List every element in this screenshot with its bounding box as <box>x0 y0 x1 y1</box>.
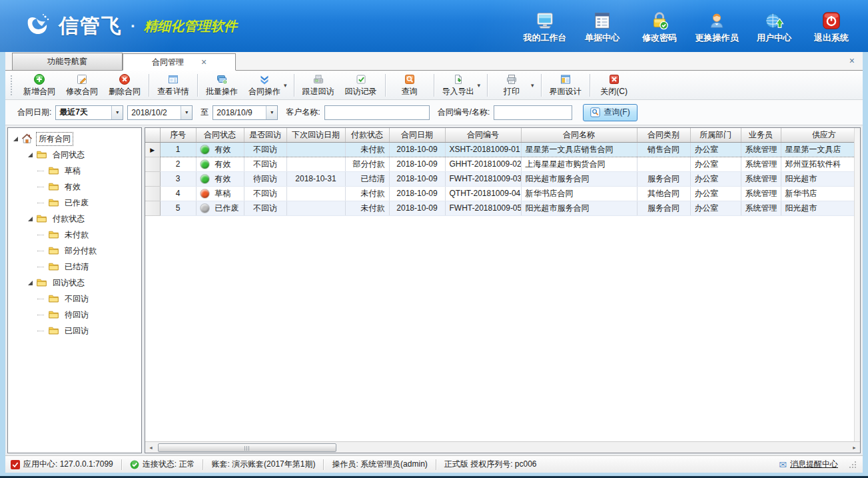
row-selector[interactable] <box>145 186 160 201</box>
search-button[interactable]: 查询(F) <box>583 104 637 121</box>
table-row[interactable]: 2 有效 不回访 部分付款 2018-10-09 GHHT-20181009-0… <box>145 157 860 171</box>
customer-name-input[interactable] <box>324 105 430 120</box>
date-from-picker[interactable]: 2018/10/2 ▾ <box>127 105 193 120</box>
tree-node-contract-status[interactable]: 合同状态 <box>8 147 141 163</box>
tree-node-partially-paid[interactable]: 部分付款 <box>8 243 141 259</box>
row-selector[interactable] <box>145 171 160 186</box>
column-header[interactable]: 是否回访 <box>244 128 286 142</box>
column-header[interactable]: 业务员 <box>741 128 781 142</box>
button-label: 导入导出 <box>442 86 474 97</box>
edit-contract-button[interactable]: 修改合同 <box>61 72 103 99</box>
tree-node-settled[interactable]: 已结清 <box>8 259 141 275</box>
print-button[interactable]: 打印 ▾ <box>490 72 538 99</box>
date-to-picker[interactable]: 2018/10/9 ▾ <box>213 105 278 120</box>
table-row[interactable]: ▶ 1 有效 不回访 未付款 2018-10-09 XSHT-20181009-… <box>145 142 860 157</box>
import-export-button[interactable]: 导入导出 ▾ <box>437 72 485 99</box>
tree-connector <box>37 267 44 267</box>
statusbar-separator <box>203 459 203 470</box>
tab-close-icon[interactable]: × <box>201 57 207 67</box>
tree-node-unpaid[interactable]: 未付款 <box>8 227 141 243</box>
folder-icon <box>48 245 59 256</box>
column-header[interactable]: 合同状态 <box>196 128 244 142</box>
query-button[interactable]: 查询 <box>388 72 431 99</box>
tree-node-visit-status[interactable]: 回访状态 <box>8 275 141 291</box>
chevron-down-icon[interactable]: ▾ <box>181 106 192 119</box>
batch-operation-button[interactable]: 批量操作 <box>201 72 243 99</box>
connection-ok-icon <box>130 460 139 469</box>
column-header[interactable]: 所属部门 <box>690 128 741 142</box>
tree-node-pending-visit[interactable]: 待回访 <box>8 307 141 323</box>
tree-node-no-visit[interactable]: 不回访 <box>8 291 141 307</box>
app-window: 信管飞 · 精细化管理软件 我的工作台 <box>0 0 868 478</box>
nav-change-password[interactable]: 修改密码 <box>632 8 687 44</box>
nav-document-center[interactable]: 单据中心 <box>575 8 630 44</box>
column-header[interactable]: 供应方 <box>781 128 860 142</box>
tree-expand-icon[interactable] <box>28 281 33 285</box>
tree-node-all-contracts[interactable]: 所有合同 <box>8 131 141 147</box>
cell-next-date <box>286 142 345 157</box>
column-header[interactable]: 合同日期 <box>389 128 445 142</box>
visit-record-button[interactable]: 回访记录 <box>340 72 382 99</box>
scroll-left-icon[interactable]: ◄ <box>145 443 157 453</box>
column-header[interactable]: 付款状态 <box>345 128 389 142</box>
folder-icon <box>48 309 59 320</box>
folder-icon <box>48 165 59 176</box>
connection-status: 连接状态: 正常 <box>130 459 195 470</box>
nav-user-center[interactable]: 用户中心 <box>747 8 801 44</box>
table-row[interactable]: 3 有效 待回访 2018-10-31 已结清 2018-10-09 FWHT-… <box>145 171 860 186</box>
resize-grip[interactable] <box>848 460 857 469</box>
column-header[interactable]: 合同名称 <box>521 128 637 142</box>
cell-contract-no: XSHT-20181009-01 <box>445 142 521 157</box>
follow-up-visit-button[interactable]: 跟进回访 <box>297 72 340 99</box>
tree-node-draft[interactable]: 草稿 <box>8 163 141 179</box>
row-selector[interactable] <box>145 157 160 171</box>
toolbar-separator <box>294 74 294 97</box>
nav-switch-operator[interactable]: 更换操作员 <box>689 8 744 44</box>
contract-no-name-input[interactable] <box>494 105 572 120</box>
tree-node-voided[interactable]: 已作废 <box>8 195 141 211</box>
tree-node-valid[interactable]: 有效 <box>8 179 141 195</box>
tab-function-navigator[interactable]: 功能导航窗 <box>12 53 123 70</box>
add-contract-button[interactable]: 新增合同 <box>18 72 61 99</box>
date-range-preset-select[interactable]: 最近7天 ▾ <box>55 105 123 120</box>
toolbar-drag-handle[interactable] <box>11 75 14 95</box>
nav-label: 用户中心 <box>757 32 791 44</box>
close-button[interactable]: 关闭(C) <box>593 72 636 99</box>
nav-my-workbench[interactable]: 我的工作台 <box>518 8 572 44</box>
vertical-scrollbar[interactable] <box>854 128 860 441</box>
tree-expand-icon[interactable] <box>28 217 33 221</box>
column-header[interactable]: 序号 <box>160 128 196 142</box>
row-selector[interactable]: ▶ <box>145 142 160 157</box>
chevron-down-icon[interactable]: ▾ <box>111 106 123 119</box>
cell-department: 办公室 <box>690 171 741 186</box>
folder-icon <box>48 325 59 336</box>
chevron-down-icon[interactable]: ▾ <box>266 106 277 119</box>
tab-contract-management[interactable]: 合同管理 × <box>123 53 236 71</box>
column-header[interactable]: 下次回访日期 <box>286 128 345 142</box>
button-label: 查询 <box>402 86 418 97</box>
scroll-right-icon[interactable]: ► <box>849 443 860 453</box>
row-selector[interactable] <box>145 201 160 215</box>
import-export-icon <box>452 73 464 85</box>
cell-next-date: 2018-10-31 <box>286 171 345 186</box>
horizontal-scrollbar[interactable]: ◄ ► <box>145 441 860 453</box>
nav-exit-system[interactable]: 退出系统 <box>804 8 859 44</box>
cell-date: 2018-10-09 <box>389 157 445 171</box>
view-details-button[interactable]: 查看详情 <box>152 72 195 99</box>
status-dot-icon <box>201 160 209 169</box>
tree-node-payment-status[interactable]: 付款状态 <box>8 211 141 227</box>
message-center-link[interactable]: ✉ 消息提醒中心 <box>779 459 857 470</box>
tabstrip-close-icon[interactable]: × <box>849 55 855 66</box>
tree-expand-icon[interactable] <box>13 137 18 141</box>
column-header[interactable]: 合同编号 <box>445 128 521 142</box>
table-row[interactable]: 5 已作废 不回访 未付款 2018-10-09 FWHT-20181009-0… <box>145 201 860 215</box>
delete-contract-button[interactable]: 删除合同 <box>103 72 146 99</box>
tree-node-visited[interactable]: 已回访 <box>8 323 141 339</box>
ui-design-button[interactable]: 界面设计 <box>544 72 587 99</box>
folder-icon <box>36 149 47 160</box>
column-header[interactable]: 合同类别 <box>637 128 690 142</box>
tree-expand-icon[interactable] <box>28 153 33 157</box>
table-row[interactable]: 4 草稿 不回访 未付款 2018-10-09 QTHT-20181009-04… <box>145 186 860 201</box>
scrollbar-thumb[interactable] <box>158 443 336 452</box>
contract-operation-button[interactable]: 合同操作 ▾ <box>243 72 291 99</box>
